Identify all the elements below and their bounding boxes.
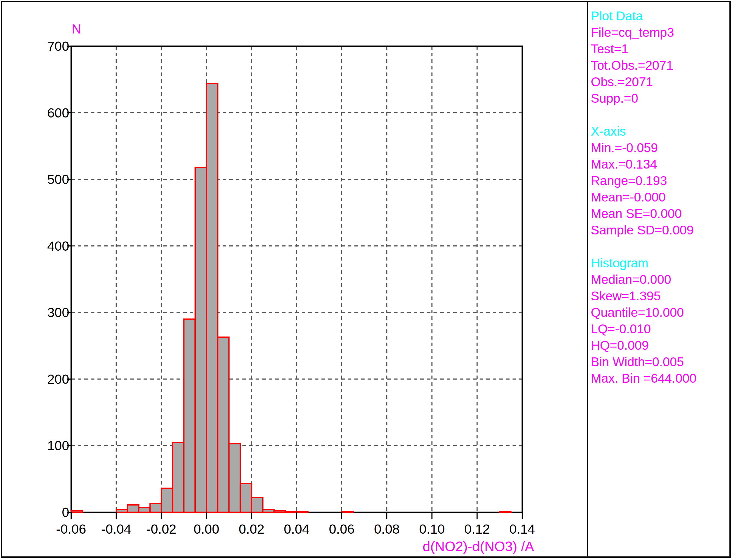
histogram-bar xyxy=(161,488,173,512)
stat-line: Bin Width=0.005 xyxy=(591,354,728,370)
stat-line: Test=1 xyxy=(591,41,728,57)
stat-line: Mean=-0.000 xyxy=(591,189,728,205)
stat-line: Quantile=10.000 xyxy=(591,304,728,321)
x-tick-label: 0.04 xyxy=(284,522,309,536)
histogram-bar xyxy=(116,509,127,512)
x-tick-label: 0.08 xyxy=(374,522,399,536)
histogram-bar xyxy=(195,167,206,512)
panel-section-gap xyxy=(591,107,728,123)
y-tick-label: 700 xyxy=(47,39,69,54)
stats-section-header: Histogram xyxy=(591,255,728,271)
stat-line: Median=0.000 xyxy=(591,271,728,288)
x-tick-label: -0.04 xyxy=(101,522,131,536)
y-tick-label: 400 xyxy=(47,239,69,253)
x-axis-title: d(NO2)-d(NO3) /A xyxy=(423,539,534,554)
y-tick-label: 600 xyxy=(47,106,69,120)
stats-section-header: Plot Data xyxy=(591,8,728,24)
stat-line: LQ=-0.010 xyxy=(591,321,728,337)
stat-line: Range=0.193 xyxy=(591,172,728,189)
x-tick-label: 0.06 xyxy=(329,522,354,536)
stat-line: HQ=0.009 xyxy=(591,337,728,354)
stats-panel: Plot DataFile=cq_temp3Test=1Tot.Obs.=207… xyxy=(591,8,728,387)
stat-line: Obs.=2071 xyxy=(591,74,728,90)
y-tick-label: 200 xyxy=(47,372,69,387)
y-tick-label: 100 xyxy=(47,438,69,453)
stat-line: Max. Bin =644.000 xyxy=(591,370,728,387)
x-tick-label: 0.12 xyxy=(464,522,490,536)
histogram-bar xyxy=(184,319,195,512)
histogram-bar xyxy=(285,512,296,512)
panel-section-gap xyxy=(591,238,728,255)
y-tick-label: 500 xyxy=(47,172,69,187)
histogram-bar xyxy=(127,505,139,512)
stat-line: Min.=-0.059 xyxy=(591,139,728,156)
y-tick-label: 300 xyxy=(47,305,69,320)
x-tick-label: 0.14 xyxy=(509,522,535,536)
stat-line: Max.=0.134 xyxy=(591,156,728,172)
histogram-bar xyxy=(251,498,263,512)
stat-line: Sample SD=0.009 xyxy=(591,222,728,238)
x-tick-label: 0.00 xyxy=(194,522,219,536)
histogram-bar xyxy=(71,511,82,512)
histogram-bar xyxy=(297,512,308,512)
x-tick-label: -0.06 xyxy=(56,522,86,536)
y-axis-title: N xyxy=(72,22,81,36)
x-tick-label: 0.02 xyxy=(239,522,264,536)
histogram-bar xyxy=(274,511,285,512)
x-tick-label: 0.10 xyxy=(419,522,445,536)
stat-line: Skew=1.395 xyxy=(591,288,728,304)
histogram-bar xyxy=(240,484,251,512)
histogram-bar xyxy=(150,503,161,512)
stat-line: Mean SE=0.000 xyxy=(591,205,728,222)
histogram-bar xyxy=(229,444,240,512)
x-tick-label: -0.02 xyxy=(146,522,176,536)
histogram-bar xyxy=(139,508,150,512)
histogram-chart: -0.06-0.04-0.020.000.020.040.060.080.100… xyxy=(0,0,592,560)
y-tick-label: 0 xyxy=(62,505,69,520)
histogram-bar xyxy=(500,512,511,512)
histogram-bar xyxy=(173,442,184,512)
stat-line: File=cq_temp3 xyxy=(591,24,728,41)
histogram-bar xyxy=(218,337,229,512)
histogram-bar xyxy=(342,512,353,512)
stat-line: Tot.Obs.=2071 xyxy=(591,57,728,74)
histogram-bar xyxy=(263,509,274,512)
histogram-bar xyxy=(206,83,218,512)
stat-line: Supp.=0 xyxy=(591,90,728,107)
stats-section-header: X-axis xyxy=(591,123,728,139)
